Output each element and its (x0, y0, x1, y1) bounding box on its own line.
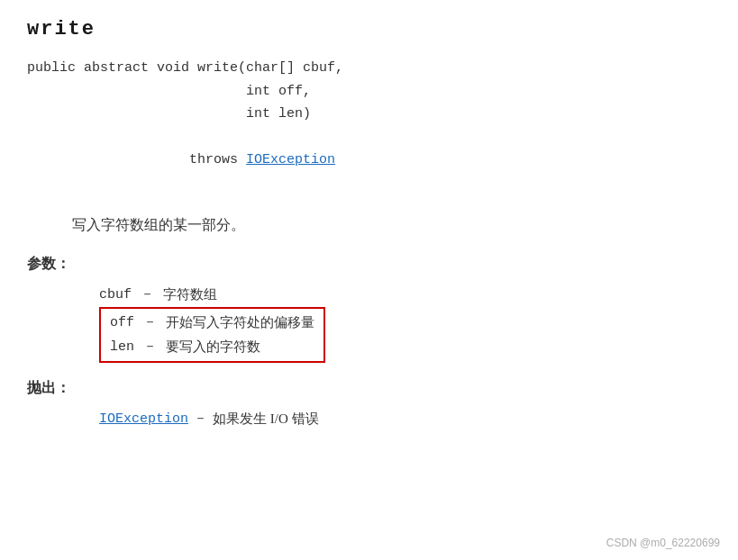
throws-ioexception: IOException － 如果发生 I/O 错误 (99, 407, 711, 431)
description-text: 写入字符数组的某一部分。 (27, 216, 711, 235)
signature-line1: public abstract void write(char[] cbuf, (27, 57, 711, 80)
throws-keyword: throws (59, 152, 246, 167)
param-len-name: len (110, 335, 134, 359)
param-cbuf-name: cbuf (99, 283, 132, 307)
throws-ioexception-dash: － (194, 407, 207, 431)
throws-link[interactable]: IOException (246, 152, 335, 167)
signature-block: public abstract void write(char[] cbuf, … (27, 57, 711, 194)
signature-line3: int len) (27, 103, 711, 126)
throws-list: IOException － 如果发生 I/O 错误 (27, 407, 711, 431)
param-cbuf-dash: － (141, 283, 154, 307)
param-off-desc: 开始写入字符处的偏移量 (166, 311, 314, 335)
highlighted-params-box: off － 开始写入字符处的偏移量 len － 要写入的字符数 (99, 307, 325, 363)
param-len-dash: － (143, 335, 157, 359)
params-label: 参数： (27, 255, 711, 274)
param-cbuf-desc: 字符数组 (163, 283, 217, 307)
params-section: 参数： cbuf － 字符数组 off － 开始写入字符处的偏移量 len － … (27, 255, 711, 363)
throws-ioexception-link[interactable]: IOException (99, 407, 188, 431)
throws-section: 抛出： IOException － 如果发生 I/O 错误 (27, 379, 711, 431)
param-cbuf: cbuf － 字符数组 (99, 283, 711, 307)
page-title: write (27, 18, 711, 41)
signature-line2: int off, (27, 80, 711, 104)
param-len: len － 要写入的字符数 (110, 335, 314, 359)
signature-line4: throws IOException (27, 126, 711, 195)
watermark: CSDN @m0_62220699 (606, 537, 720, 549)
param-off: off － 开始写入字符处的偏移量 (110, 311, 314, 335)
param-off-name: off (110, 311, 134, 335)
throws-ioexception-desc: 如果发生 I/O 错误 (213, 407, 319, 431)
param-len-desc: 要写入的字符数 (166, 335, 260, 359)
params-list: cbuf － 字符数组 off － 开始写入字符处的偏移量 len － 要写入的… (27, 283, 711, 363)
param-off-dash: － (143, 311, 157, 335)
throws-label: 抛出： (27, 379, 711, 398)
